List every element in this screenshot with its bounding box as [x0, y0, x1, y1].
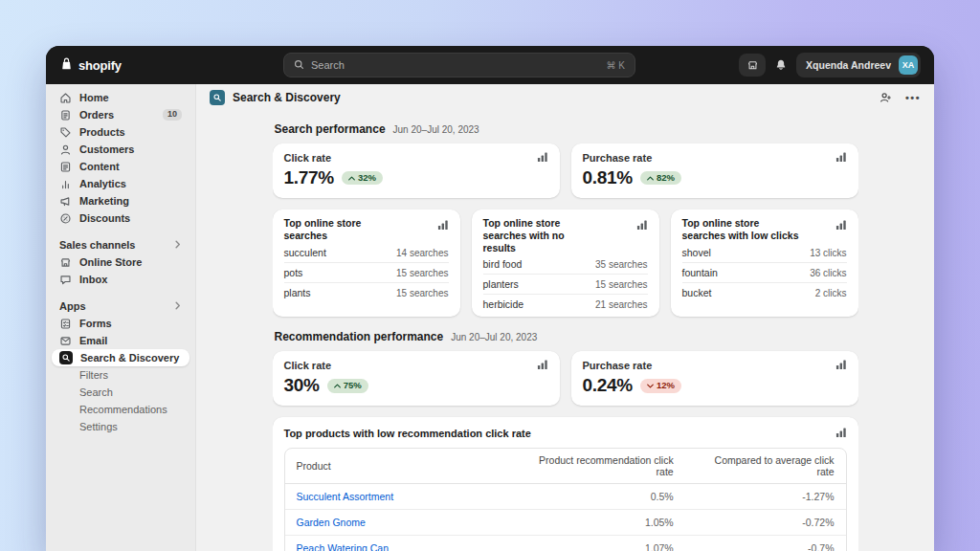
list-title: Top online store searches with no result… — [483, 217, 600, 254]
sidebar-item-label: Marketing — [79, 195, 129, 207]
user-menu[interactable]: Xquenda Andreev XA — [796, 53, 921, 77]
metric-value: 1.77% — [284, 167, 334, 188]
page-header: Search & Discovery ••• — [196, 84, 934, 111]
sidebar-subitem-recommendations[interactable]: Recommendations — [52, 401, 189, 418]
bar-chart-icon — [636, 217, 648, 254]
bar-chart-icon — [835, 151, 847, 165]
metric-value: 0.81% — [583, 167, 633, 188]
global-search-input[interactable]: Search ⌘ K — [283, 53, 635, 77]
positive-change-badge: 82% — [640, 171, 681, 185]
sidebar-item-email[interactable]: Email — [52, 332, 189, 349]
forms-icon — [59, 318, 72, 330]
table-title: Top products with low recommendation cli… — [284, 428, 531, 439]
sidebar-item-label: Content — [79, 161, 120, 172]
product-link[interactable]: Peach Watering Can — [297, 542, 390, 551]
list-title: Top online store searches — [284, 217, 401, 243]
sidebar-item-forms[interactable]: Forms — [52, 315, 189, 332]
sidebar-item-label: Inbox — [79, 274, 107, 285]
arrow-up-icon — [348, 176, 355, 181]
column-header-click-rate: Product recommendation click rate — [509, 449, 685, 484]
sidebar-item-customers[interactable]: Customers — [52, 141, 189, 158]
sidebar-item-label: Online Store — [79, 256, 142, 268]
subitem-label: Search — [79, 386, 113, 398]
date-range: Jun 20–Jul 20, 2023 — [393, 124, 479, 135]
metric-label: Purchase rate — [583, 152, 653, 164]
list-item: planters15 searches — [483, 274, 648, 294]
sidebar-item-label: Orders — [79, 109, 114, 121]
metric-label: Click rate — [284, 360, 332, 371]
top-searches-card: Top online store searches succulent14 se… — [273, 209, 460, 317]
sidebar-item-label: Discounts — [79, 212, 130, 224]
rec-click-rate-card: Click rate 30% 75% — [273, 351, 560, 406]
discounts-icon — [59, 212, 72, 225]
sidebar-item-label: Forms — [79, 318, 112, 329]
metric-label: Purchase rate — [583, 360, 653, 371]
sidebar-section-apps[interactable]: Apps — [52, 298, 189, 315]
sidebar-subitem-search[interactable]: Search — [52, 384, 189, 401]
sidebar-item-inbox[interactable]: Inbox — [52, 271, 189, 288]
customers-icon — [59, 143, 72, 156]
click-rate-value: 1.07% — [509, 536, 685, 551]
list-item: bird food35 searches — [483, 254, 648, 274]
store-preview-button[interactable] — [739, 54, 766, 77]
marketing-icon — [59, 195, 72, 208]
storefront-icon — [746, 59, 759, 72]
section-title: Sales channels — [59, 239, 136, 251]
table-row: Garden Gnome 1.05% -0.72% — [285, 510, 846, 536]
search-discovery-app-icon — [59, 351, 73, 364]
bar-chart-icon — [835, 217, 847, 243]
sidebar-item-products[interactable]: Products — [52, 123, 189, 141]
sidebar-item-label: Home — [79, 92, 109, 103]
sidebar-subitem-settings[interactable]: Settings — [52, 418, 189, 435]
search-performance-heading: Search performance Jun 20–Jul 20, 2023 — [275, 122, 858, 136]
bar-chart-icon — [835, 427, 847, 440]
chevron-right-icon — [173, 300, 182, 312]
main-area: Search & Discovery ••• Search performanc… — [196, 84, 934, 551]
search-placeholder: Search — [311, 59, 345, 71]
sidebar-item-label: Search & Discovery — [80, 352, 179, 364]
sidebar-item-label: Customers — [79, 143, 134, 155]
sidebar-subitem-filters[interactable]: Filters — [52, 366, 189, 384]
online-store-icon — [59, 256, 72, 269]
date-range: Jun 20–Jul 20, 2023 — [451, 332, 537, 342]
bell-icon — [774, 58, 788, 72]
chevron-right-icon — [173, 239, 182, 251]
sidebar-item-online-store[interactable]: Online Store — [52, 253, 189, 271]
list-item: fountain36 clicks — [682, 262, 847, 282]
product-link[interactable]: Succulent Assortment — [297, 491, 394, 502]
sidebar: Home Orders 10 Products Customers Conten… — [46, 84, 196, 551]
bar-chart-icon — [537, 151, 548, 165]
search-click-rate-card: Click rate 1.77% 32% — [273, 143, 560, 198]
sidebar-item-search-discovery[interactable]: Search & Discovery — [52, 349, 189, 366]
sidebar-item-home[interactable]: Home — [52, 89, 189, 106]
bar-chart-icon — [537, 359, 548, 372]
sidebar-item-marketing[interactable]: Marketing — [52, 192, 189, 209]
bar-chart-icon — [437, 217, 449, 243]
list-item: pots15 searches — [284, 262, 449, 282]
rec-purchase-rate-card: Purchase rate 0.24% 12% — [571, 351, 858, 406]
sidebar-item-orders[interactable]: Orders 10 — [52, 106, 189, 123]
positive-change-badge: 32% — [342, 171, 383, 185]
section-title: Apps — [59, 300, 86, 312]
metric-value: 0.24% — [583, 375, 633, 396]
add-user-icon[interactable] — [879, 91, 892, 104]
list-item: plants15 searches — [284, 282, 449, 302]
column-header-product: Product — [285, 449, 509, 484]
subitem-label: Filters — [79, 369, 108, 381]
compared-value: -0.72% — [685, 510, 846, 536]
product-link[interactable]: Garden Gnome — [297, 517, 366, 528]
sidebar-section-sales-channels[interactable]: Sales channels — [52, 236, 189, 253]
page-title: Search & Discovery — [233, 91, 341, 104]
topbar: shopify Search ⌘ K Xquenda Andreev XA — [46, 46, 934, 84]
low-recommendation-products-card: Top products with low recommendation cli… — [273, 417, 858, 551]
shopify-logo[interactable]: shopify — [59, 56, 276, 75]
more-menu-icon[interactable]: ••• — [905, 92, 921, 103]
sidebar-item-analytics[interactable]: Analytics — [52, 175, 189, 192]
sidebar-item-content[interactable]: Content — [52, 158, 189, 175]
sidebar-item-discounts[interactable]: Discounts — [52, 209, 189, 227]
notifications-button[interactable] — [774, 58, 788, 72]
list-item: shovel13 clicks — [682, 243, 847, 262]
table-row: Succulent Assortment 0.5% -1.27% — [285, 484, 846, 510]
sidebar-item-label: Products — [79, 126, 125, 138]
topbar-actions: Xquenda Andreev XA — [739, 53, 921, 77]
